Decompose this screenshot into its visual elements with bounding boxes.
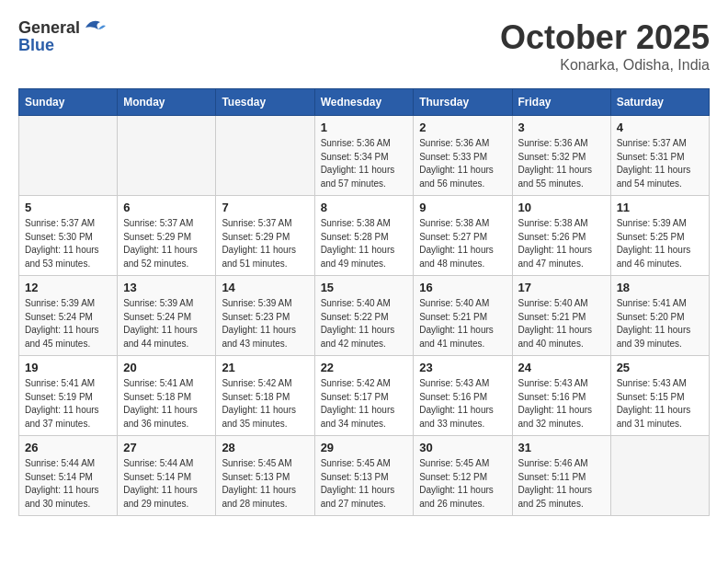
day-detail: Sunrise: 5:36 AM Sunset: 5:34 PM Dayligh… [321, 137, 408, 190]
calendar-cell: 18Sunrise: 5:41 AM Sunset: 5:20 PM Dayli… [610, 276, 709, 356]
day-detail: Sunrise: 5:38 AM Sunset: 5:27 PM Dayligh… [419, 217, 506, 270]
calendar-cell: 28Sunrise: 5:45 AM Sunset: 5:13 PM Dayli… [216, 436, 314, 516]
weekday-header-thursday: Thursday [414, 89, 512, 116]
calendar-cell: 7Sunrise: 5:37 AM Sunset: 5:29 PM Daylig… [216, 196, 314, 276]
calendar-cell: 10Sunrise: 5:38 AM Sunset: 5:26 PM Dayli… [512, 196, 610, 276]
day-detail: Sunrise: 5:41 AM Sunset: 5:19 PM Dayligh… [25, 377, 111, 431]
month-title: October 2025 [500, 18, 710, 57]
day-detail: Sunrise: 5:36 AM Sunset: 5:33 PM Dayligh… [419, 137, 506, 190]
calendar-cell: 24Sunrise: 5:43 AM Sunset: 5:16 PM Dayli… [512, 356, 610, 436]
day-detail: Sunrise: 5:40 AM Sunset: 5:22 PM Dayligh… [321, 297, 408, 350]
calendar-cell: 30Sunrise: 5:45 AM Sunset: 5:12 PM Dayli… [414, 436, 512, 516]
weekday-header-monday: Monday [118, 89, 216, 116]
location-subtitle: Konarka, Odisha, India [500, 57, 710, 74]
day-number: 7 [222, 201, 308, 214]
calendar-body: 1Sunrise: 5:36 AM Sunset: 5:34 PM Daylig… [19, 116, 710, 516]
day-detail: Sunrise: 5:45 AM Sunset: 5:12 PM Dayligh… [419, 457, 506, 511]
calendar-cell: 25Sunrise: 5:43 AM Sunset: 5:15 PM Dayli… [610, 356, 709, 436]
day-detail: Sunrise: 5:39 AM Sunset: 5:25 PM Dayligh… [617, 217, 703, 270]
calendar-cell [118, 116, 216, 196]
day-number: 21 [222, 361, 308, 374]
calendar-cell: 4Sunrise: 5:37 AM Sunset: 5:31 PM Daylig… [610, 116, 709, 196]
day-number: 28 [222, 441, 308, 454]
day-number: 27 [123, 441, 210, 454]
day-number: 12 [25, 281, 111, 294]
calendar-cell: 29Sunrise: 5:45 AM Sunset: 5:13 PM Dayli… [314, 436, 414, 516]
week-row-1: 1Sunrise: 5:36 AM Sunset: 5:34 PM Daylig… [19, 116, 710, 196]
title-area: October 2025 Konarka, Odisha, India [500, 18, 710, 74]
calendar-cell: 22Sunrise: 5:42 AM Sunset: 5:17 PM Dayli… [314, 356, 414, 436]
day-number: 19 [25, 361, 111, 374]
day-number: 29 [321, 441, 408, 454]
day-number: 3 [518, 121, 605, 134]
day-number: 10 [518, 201, 605, 214]
weekday-header-friday: Friday [512, 89, 610, 116]
week-row-5: 26Sunrise: 5:44 AM Sunset: 5:14 PM Dayli… [19, 436, 710, 516]
calendar-cell: 20Sunrise: 5:41 AM Sunset: 5:18 PM Dayli… [118, 356, 216, 436]
calendar-cell: 14Sunrise: 5:39 AM Sunset: 5:23 PM Dayli… [216, 276, 314, 356]
day-detail: Sunrise: 5:45 AM Sunset: 5:13 PM Dayligh… [222, 457, 308, 511]
weekday-header-wednesday: Wednesday [314, 89, 414, 116]
calendar-cell: 5Sunrise: 5:37 AM Sunset: 5:30 PM Daylig… [19, 196, 118, 276]
day-number: 9 [419, 201, 506, 214]
day-detail: Sunrise: 5:39 AM Sunset: 5:24 PM Dayligh… [123, 297, 210, 350]
day-detail: Sunrise: 5:44 AM Sunset: 5:14 PM Dayligh… [25, 457, 111, 511]
day-number: 17 [518, 281, 605, 294]
calendar-cell: 13Sunrise: 5:39 AM Sunset: 5:24 PM Dayli… [118, 276, 216, 356]
weekday-header-saturday: Saturday [610, 89, 709, 116]
day-detail: Sunrise: 5:43 AM Sunset: 5:16 PM Dayligh… [419, 377, 506, 431]
weekday-header-tuesday: Tuesday [216, 89, 314, 116]
day-detail: Sunrise: 5:37 AM Sunset: 5:30 PM Dayligh… [25, 217, 111, 270]
calendar-cell [216, 116, 314, 196]
week-row-3: 12Sunrise: 5:39 AM Sunset: 5:24 PM Dayli… [19, 276, 710, 356]
day-number: 20 [123, 361, 210, 374]
calendar-cell: 8Sunrise: 5:38 AM Sunset: 5:28 PM Daylig… [314, 196, 414, 276]
page-header: General Blue October 2025 Konarka, Odish… [18, 18, 710, 74]
day-number: 31 [518, 441, 605, 454]
day-detail: Sunrise: 5:39 AM Sunset: 5:23 PM Dayligh… [222, 297, 308, 350]
day-detail: Sunrise: 5:40 AM Sunset: 5:21 PM Dayligh… [419, 297, 506, 350]
day-detail: Sunrise: 5:39 AM Sunset: 5:24 PM Dayligh… [25, 297, 111, 350]
calendar-cell: 11Sunrise: 5:39 AM Sunset: 5:25 PM Dayli… [610, 196, 709, 276]
day-number: 1 [321, 121, 408, 134]
day-number: 13 [123, 281, 210, 294]
calendar-cell: 23Sunrise: 5:43 AM Sunset: 5:16 PM Dayli… [414, 356, 512, 436]
day-number: 11 [617, 201, 703, 214]
day-number: 5 [25, 201, 111, 214]
day-detail: Sunrise: 5:37 AM Sunset: 5:31 PM Dayligh… [617, 137, 703, 190]
day-detail: Sunrise: 5:42 AM Sunset: 5:17 PM Dayligh… [321, 377, 408, 431]
logo: General Blue [18, 18, 106, 55]
day-number: 2 [419, 121, 506, 134]
day-number: 4 [617, 121, 703, 134]
calendar-cell: 21Sunrise: 5:42 AM Sunset: 5:18 PM Dayli… [216, 356, 314, 436]
calendar-cell: 19Sunrise: 5:41 AM Sunset: 5:19 PM Dayli… [19, 356, 118, 436]
day-number: 16 [419, 281, 506, 294]
calendar-cell: 16Sunrise: 5:40 AM Sunset: 5:21 PM Dayli… [414, 276, 512, 356]
day-detail: Sunrise: 5:46 AM Sunset: 5:11 PM Dayligh… [518, 457, 605, 511]
day-number: 25 [617, 361, 703, 374]
day-number: 22 [321, 361, 408, 374]
day-detail: Sunrise: 5:42 AM Sunset: 5:18 PM Dayligh… [222, 377, 308, 431]
day-detail: Sunrise: 5:45 AM Sunset: 5:13 PM Dayligh… [321, 457, 408, 511]
day-detail: Sunrise: 5:43 AM Sunset: 5:16 PM Dayligh… [518, 377, 605, 431]
day-number: 18 [617, 281, 703, 294]
day-detail: Sunrise: 5:41 AM Sunset: 5:18 PM Dayligh… [123, 377, 210, 431]
calendar-cell: 31Sunrise: 5:46 AM Sunset: 5:11 PM Dayli… [512, 436, 610, 516]
weekday-header-row: SundayMondayTuesdayWednesdayThursdayFrid… [19, 89, 710, 116]
calendar-cell [610, 436, 709, 516]
logo-general: General [18, 18, 80, 38]
calendar-cell: 12Sunrise: 5:39 AM Sunset: 5:24 PM Dayli… [19, 276, 118, 356]
day-number: 23 [419, 361, 506, 374]
logo-bird-icon [82, 17, 106, 37]
calendar-cell: 27Sunrise: 5:44 AM Sunset: 5:14 PM Dayli… [118, 436, 216, 516]
day-detail: Sunrise: 5:43 AM Sunset: 5:15 PM Dayligh… [617, 377, 703, 431]
day-detail: Sunrise: 5:38 AM Sunset: 5:28 PM Dayligh… [321, 217, 408, 270]
day-number: 6 [123, 201, 210, 214]
week-row-4: 19Sunrise: 5:41 AM Sunset: 5:19 PM Dayli… [19, 356, 710, 436]
day-number: 24 [518, 361, 605, 374]
calendar-cell: 9Sunrise: 5:38 AM Sunset: 5:27 PM Daylig… [414, 196, 512, 276]
calendar-cell: 2Sunrise: 5:36 AM Sunset: 5:33 PM Daylig… [414, 116, 512, 196]
logo-blue: Blue [18, 36, 106, 55]
day-number: 30 [419, 441, 506, 454]
day-detail: Sunrise: 5:40 AM Sunset: 5:21 PM Dayligh… [518, 297, 605, 350]
